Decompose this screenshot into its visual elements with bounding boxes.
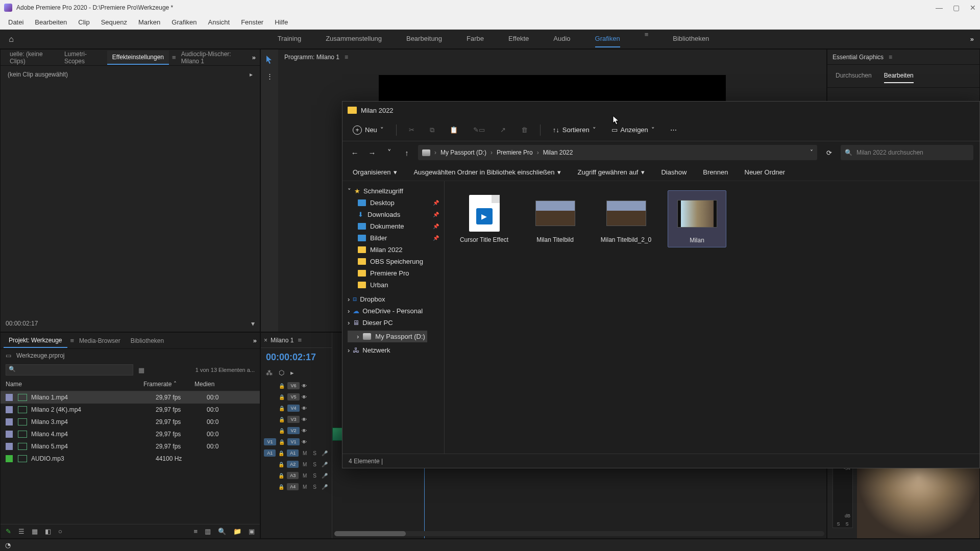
copy-button[interactable]: ⧉ — [427, 124, 437, 136]
track-target[interactable]: V4 — [287, 405, 300, 412]
recent-dropdown[interactable]: ˅ — [383, 148, 396, 157]
project-search-input[interactable] — [6, 364, 133, 375]
breadcrumb-dropdown-icon[interactable]: ˅ — [810, 149, 813, 156]
workspace-effects[interactable]: Effekte — [508, 31, 529, 47]
new-item-icon[interactable]: ▣ — [249, 528, 255, 535]
explorer-search-input[interactable]: 🔍 Milan 2022 durchsuchen — [841, 145, 973, 160]
breadcrumb-segment[interactable]: Milan 2022 — [543, 149, 573, 156]
breadcrumb-segment[interactable]: My Passport (D:) — [440, 149, 486, 156]
menu-sequenz[interactable]: Sequenz — [96, 16, 132, 28]
column-media[interactable]: Medien — [194, 381, 225, 388]
column-framerate[interactable]: Framerate˄ — [143, 381, 194, 388]
automate-icon[interactable]: ▥ — [205, 528, 211, 535]
eg-tab-edit[interactable]: Bearbeiten — [884, 69, 914, 83]
mute-button[interactable]: M — [301, 462, 309, 467]
voice-record-icon[interactable]: 🎤 — [321, 484, 329, 490]
workspace-menu-icon[interactable]: ≡ — [645, 31, 649, 47]
snap-icon[interactable]: ⁂ — [266, 369, 273, 377]
workspace-color[interactable]: Farbe — [467, 31, 484, 47]
video-track-header[interactable]: V1🔒V1👁 — [264, 437, 329, 447]
expand-arrow-icon[interactable]: ▸ — [250, 71, 253, 78]
organize-dropdown[interactable]: Organisieren ▾ — [350, 166, 400, 178]
menu-ansicht[interactable]: Ansicht — [203, 16, 235, 28]
file-tile[interactable]: Milan Titelbild_2_0 — [597, 190, 655, 246]
video-track-header[interactable]: 🔒V5👁 — [264, 392, 329, 402]
cut-button[interactable]: ✂ — [406, 124, 418, 136]
lock-icon[interactable]: 🔒 — [278, 383, 285, 389]
workspace-assembly[interactable]: Zusammenstellung — [326, 31, 382, 47]
mute-button[interactable]: M — [301, 450, 309, 456]
eg-menu-icon[interactable]: ≡ — [889, 54, 892, 61]
sidebar-this-pc[interactable]: ›🖥Dieser PC — [346, 317, 441, 329]
share-access-dropdown[interactable]: Zugriff gewähren auf ▾ — [574, 166, 648, 178]
file-tile[interactable]: Milan Titelbild — [526, 190, 584, 246]
menu-grafiken[interactable]: Grafiken — [166, 16, 202, 28]
eye-icon[interactable]: 👁 — [302, 428, 309, 434]
video-track-header[interactable]: 🔒V6👁 — [264, 381, 329, 391]
audio-track-header[interactable]: A1🔒A1MS🎤 — [264, 448, 329, 458]
project-row[interactable]: Milano 5.mp429,97 fps00:0 — [1, 440, 260, 453]
voice-record-icon[interactable]: 🎤 — [321, 462, 329, 467]
delete-button[interactable]: 🗑 — [518, 124, 531, 136]
lock-icon[interactable]: 🔒 — [278, 462, 285, 467]
filter-icon[interactable]: ▾ — [251, 319, 255, 328]
minimize-button[interactable]: — — [936, 4, 943, 12]
sidebar-dropbox[interactable]: ›⧈Dropbox — [346, 293, 441, 305]
project-row[interactable]: Milano 3.mp429,97 fps00:0 — [1, 416, 260, 428]
sidebar-urban[interactable]: Urban — [346, 279, 441, 291]
voice-record-icon[interactable]: 🎤 — [321, 450, 329, 456]
project-overflow-icon[interactable]: » — [253, 337, 257, 344]
panel-menu-icon[interactable]: ≡ — [172, 54, 176, 61]
pen-tool-icon[interactable]: ✎ — [6, 528, 11, 535]
panel-overflow-icon[interactable]: » — [252, 54, 256, 61]
eye-icon[interactable]: 👁 — [302, 439, 309, 445]
sidebar-passport-drive[interactable]: ›My Passport (D:) — [348, 331, 427, 342]
solo-button[interactable]: S — [311, 473, 319, 479]
explorer-titlebar[interactable]: Milan 2022 — [342, 102, 979, 119]
workspace-libraries[interactable]: Bibliotheken — [673, 31, 709, 47]
eye-icon[interactable]: 👁 — [302, 417, 309, 422]
rename-button[interactable]: ✎▭ — [470, 124, 488, 136]
program-menu-icon[interactable]: ≡ — [345, 54, 348, 61]
slideshow-button[interactable]: Diashow — [658, 166, 690, 178]
menu-bearbeiten[interactable]: Bearbeiten — [30, 16, 72, 28]
source-patch[interactable]: V1 — [264, 438, 276, 445]
column-name[interactable]: Name — [6, 381, 143, 388]
list-view-icon[interactable]: ▦ — [138, 366, 144, 374]
icon-view-toggle-icon[interactable]: ▦ — [32, 528, 38, 535]
mute-button[interactable]: M — [301, 484, 309, 490]
lock-icon[interactable]: 🔒 — [278, 417, 285, 422]
track-target[interactable]: A1 — [287, 449, 299, 457]
menu-datei[interactable]: Datei — [3, 16, 29, 28]
lock-icon[interactable]: 🔒 — [278, 450, 285, 456]
new-button[interactable]: + Neu ˅ — [350, 123, 387, 137]
workspace-training[interactable]: Training — [278, 31, 301, 47]
lock-icon[interactable]: 🔒 — [278, 439, 285, 445]
project-row[interactable]: Milano 1.mp429,97 fps00:0 — [1, 391, 260, 404]
breadcrumb[interactable]: › My Passport (D:) › Premiere Pro › Mila… — [418, 145, 817, 160]
track-target[interactable]: V6 — [287, 382, 300, 389]
tab-media-browser[interactable]: Media-Browser — [74, 334, 126, 347]
solo-left[interactable]: S — [837, 521, 840, 527]
lock-icon[interactable]: 🔒 — [278, 484, 285, 490]
voice-record-icon[interactable]: 🎤 — [321, 473, 329, 479]
forward-button[interactable]: → — [366, 148, 378, 157]
timeline-menu-icon[interactable]: ≡ — [298, 336, 302, 344]
sidebar-quick-access[interactable]: ˅★Schnellzugriff — [346, 185, 441, 197]
solo-button[interactable]: S — [311, 462, 319, 467]
track-target[interactable]: A3 — [287, 472, 299, 479]
tab-source[interactable]: uelle: (keine Clips) — [5, 47, 59, 68]
home-icon[interactable]: ⌂ — [6, 35, 16, 44]
solo-button[interactable]: S — [311, 484, 319, 490]
workspace-editing[interactable]: Bearbeitung — [406, 31, 442, 47]
solo-button[interactable]: S — [311, 450, 319, 456]
new-bin-icon[interactable]: 📁 — [233, 528, 241, 535]
new-folder-button[interactable]: Neuer Ordner — [742, 166, 788, 178]
audio-track-header[interactable]: 🔒A4MS🎤 — [264, 482, 329, 492]
track-target[interactable]: A4 — [287, 483, 299, 490]
workspace-audio[interactable]: Audio — [553, 31, 570, 47]
menu-hilfe[interactable]: Hilfe — [270, 16, 293, 28]
find-icon[interactable]: 🔍 — [218, 528, 226, 535]
burn-button[interactable]: Brennen — [700, 166, 731, 178]
lock-icon[interactable]: 🔒 — [278, 428, 285, 434]
